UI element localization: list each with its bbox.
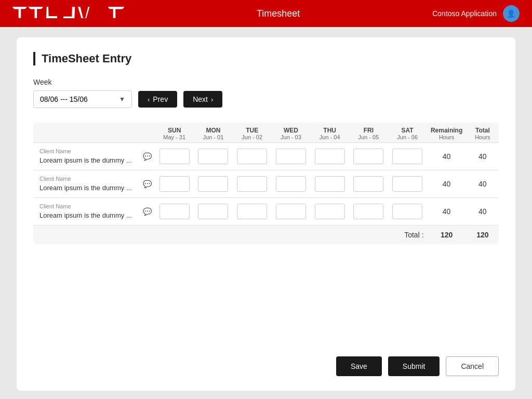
client-col-header bbox=[33, 123, 140, 143]
hour-input-row2-tue[interactable] bbox=[237, 204, 267, 219]
prev-button[interactable]: ‹ Prev bbox=[138, 91, 177, 108]
hour-input-row0-tue[interactable] bbox=[237, 149, 267, 164]
total-cell: 40 bbox=[467, 170, 499, 198]
client-name-label: Client Name bbox=[39, 203, 136, 209]
week-dropdown[interactable]: 08/06 --- 15/06 ▼ bbox=[33, 90, 132, 108]
hour-input-row0-thu[interactable] bbox=[315, 149, 345, 164]
app-name: Contoso Application bbox=[432, 9, 497, 18]
hour-input-cell-row2-wed bbox=[272, 198, 311, 225]
week-label: Week bbox=[33, 78, 499, 86]
total-remaining-value: 120 bbox=[427, 225, 467, 245]
comment-col-header bbox=[140, 123, 155, 143]
comment-icon[interactable]: 💬 bbox=[143, 207, 152, 216]
hour-input-row2-fri[interactable] bbox=[353, 204, 383, 219]
submit-button[interactable]: Submit bbox=[388, 356, 440, 376]
hour-input-row2-sun[interactable] bbox=[159, 204, 190, 219]
table-header-row: SUN May - 31 MON Jun - 01 TUE Jun - 02 W… bbox=[33, 123, 499, 143]
header-right: Contoso Application 👤 bbox=[432, 5, 520, 22]
remaining-cell: 40 bbox=[427, 170, 467, 198]
wed-header: WED Jun - 03 bbox=[272, 123, 311, 143]
total-empty-cell bbox=[233, 225, 272, 245]
header-title: Timesheet bbox=[257, 8, 300, 19]
total-empty-cell bbox=[140, 225, 155, 245]
app-header: Timesheet Contoso Application 👤 bbox=[0, 0, 532, 27]
hour-input-cell-row1-mon bbox=[194, 170, 233, 198]
tesla-logo bbox=[12, 7, 124, 20]
table-row: Client Name Loream ipsum is the dummy ..… bbox=[33, 170, 499, 198]
hour-input-row1-tue[interactable] bbox=[237, 176, 267, 192]
hour-input-row1-fri[interactable] bbox=[353, 176, 383, 192]
total-empty-cell bbox=[349, 225, 388, 245]
hour-input-cell-row1-fri bbox=[349, 170, 388, 198]
fri-header: FRI Jun - 05 bbox=[349, 123, 388, 143]
hour-input-row0-mon[interactable] bbox=[198, 149, 228, 164]
wed-date: Jun - 03 bbox=[275, 134, 308, 140]
total-empty-cell bbox=[155, 225, 194, 245]
prev-label: Prev bbox=[153, 95, 168, 103]
total-empty-cell bbox=[33, 225, 140, 245]
tue-date: Jun - 02 bbox=[236, 134, 269, 140]
client-name-label: Client Name bbox=[39, 148, 136, 154]
hour-input-row0-sat[interactable] bbox=[392, 149, 422, 164]
thu-header: THU Jun - 04 bbox=[310, 123, 349, 143]
hour-input-row2-mon[interactable] bbox=[198, 204, 228, 219]
total-cell: 40 bbox=[467, 143, 499, 170]
hour-input-cell-row0-tue bbox=[233, 143, 272, 170]
comment-icon[interactable]: 💬 bbox=[143, 152, 152, 161]
week-controls: 08/06 --- 15/06 ▼ ‹ Prev Next › bbox=[33, 90, 499, 108]
hour-input-row0-wed[interactable] bbox=[276, 149, 306, 164]
footer-buttons: Save Submit Cancel bbox=[336, 356, 499, 376]
hour-input-row2-thu[interactable] bbox=[315, 204, 345, 219]
thu-day: THU bbox=[323, 127, 336, 134]
hour-input-cell-row2-fri bbox=[349, 198, 388, 225]
hour-input-cell-row1-sat bbox=[388, 170, 427, 198]
timesheet-table: SUN May - 31 MON Jun - 01 TUE Jun - 02 W… bbox=[33, 123, 499, 244]
sun-header: SUN May - 31 bbox=[155, 123, 194, 143]
tue-header: TUE Jun - 02 bbox=[233, 123, 272, 143]
total-empty-cell: Total : bbox=[388, 225, 427, 245]
prev-arrow-icon: ‹ bbox=[148, 96, 150, 103]
total-header: Total Hours bbox=[467, 123, 499, 143]
next-label: Next bbox=[193, 95, 208, 103]
hour-input-row1-sun[interactable] bbox=[159, 176, 190, 192]
hour-input-row1-wed[interactable] bbox=[276, 176, 306, 192]
hour-input-row2-wed[interactable] bbox=[276, 204, 306, 219]
next-arrow-icon: › bbox=[211, 96, 213, 103]
avatar-icon: 👤 bbox=[507, 9, 515, 18]
hour-input-cell-row1-wed bbox=[272, 170, 311, 198]
sat-header: SAT Jun - 06 bbox=[388, 123, 427, 143]
hour-input-cell-row2-sat bbox=[388, 198, 427, 225]
hour-input-row0-fri[interactable] bbox=[353, 149, 383, 164]
hour-input-cell-row0-wed bbox=[272, 143, 311, 170]
hour-input-cell-row1-thu bbox=[310, 170, 349, 198]
hour-input-cell-row0-mon bbox=[194, 143, 233, 170]
hour-input-row1-sat[interactable] bbox=[392, 176, 422, 192]
cancel-button[interactable]: Cancel bbox=[446, 356, 499, 376]
save-button[interactable]: Save bbox=[336, 356, 382, 376]
hour-input-row1-thu[interactable] bbox=[315, 176, 345, 192]
remaining-header: Remaining Hours bbox=[427, 123, 467, 143]
sun-day: SUN bbox=[168, 127, 181, 134]
hour-input-row0-sun[interactable] bbox=[159, 149, 190, 164]
mon-date: Jun - 01 bbox=[197, 134, 230, 140]
comment-icon[interactable]: 💬 bbox=[143, 180, 152, 188]
mon-day: MON bbox=[206, 127, 220, 134]
remaining-cell: 40 bbox=[427, 198, 467, 225]
next-button[interactable]: Next › bbox=[183, 91, 222, 108]
thu-date: Jun - 04 bbox=[313, 134, 346, 140]
hour-input-cell-row0-fri bbox=[349, 143, 388, 170]
hour-input-row1-mon[interactable] bbox=[198, 176, 228, 192]
total-cell: 40 bbox=[467, 198, 499, 225]
total-sub: Hours bbox=[470, 134, 496, 140]
hour-input-cell-row0-sat bbox=[388, 143, 427, 170]
table-row: Client Name Loream ipsum is the dummy ..… bbox=[33, 198, 499, 225]
sun-date: May - 31 bbox=[158, 134, 191, 140]
client-name-label: Client Name bbox=[39, 176, 136, 182]
client-name-cell: Client Name Loream ipsum is the dummy ..… bbox=[33, 170, 140, 198]
mon-header: MON Jun - 01 bbox=[194, 123, 233, 143]
total-empty-cell bbox=[310, 225, 349, 245]
hour-input-row2-sat[interactable] bbox=[392, 204, 422, 219]
total-total-value: 120 bbox=[467, 225, 499, 245]
remaining-sub: Hours bbox=[430, 134, 463, 140]
hour-input-cell-row2-mon bbox=[194, 198, 233, 225]
